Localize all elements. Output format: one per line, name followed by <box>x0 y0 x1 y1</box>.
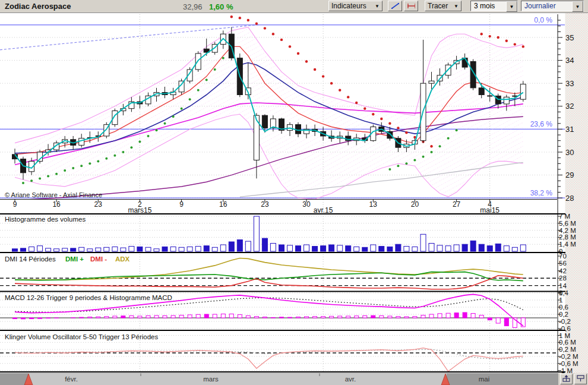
instrument-title: Zodiac Aerospace <box>5 2 71 11</box>
svg-text:1: 1 <box>559 296 562 304</box>
period-value: 3 mois <box>474 2 495 10</box>
svg-text:42: 42 <box>559 267 567 274</box>
svg-text:DMI -: DMI - <box>90 255 107 263</box>
svg-text:1 M: 1 M <box>559 332 570 339</box>
application-window: Zodiac Aerospace 32,96 1,60 % Indicateur… <box>0 0 588 385</box>
svg-text:70: 70 <box>559 253 567 260</box>
svg-text:2,8 M: 2,8 M <box>559 233 576 241</box>
horizontal-line-icon <box>407 2 415 10</box>
svg-text:0,2 M: 0,2 M <box>559 346 576 353</box>
svg-text:16: 16 <box>52 200 61 209</box>
timeline-navigator[interactable]: févr.marsavr.mai <box>0 373 588 385</box>
remove-panel-button[interactable] <box>574 374 587 384</box>
svg-text:ADX: ADX <box>115 255 130 263</box>
svg-text:mai: mai <box>479 375 490 383</box>
svg-text:32: 32 <box>565 102 574 111</box>
svg-text:0,2: 0,2 <box>559 311 568 318</box>
chart-canvas[interactable]: 0,0 %23,6 %38,2 %© Ariane Software - Axi… <box>0 13 588 373</box>
svg-text:30: 30 <box>302 200 311 209</box>
chevron-down-icon: ▼ <box>375 4 380 9</box>
period-select[interactable]: 3 mois ▼ <box>470 1 518 11</box>
svg-text:1,4: 1,4 <box>559 289 569 296</box>
draw-horizontal-line-button[interactable] <box>404 1 418 11</box>
svg-text:-0,2 M: -0,2 M <box>559 353 578 360</box>
svg-text:0,6 M: 0,6 M <box>559 339 576 346</box>
svg-text:févr.: févr. <box>65 375 78 383</box>
svg-text:33: 33 <box>565 79 574 88</box>
svg-text:56: 56 <box>559 260 567 267</box>
svg-text:31: 31 <box>565 125 574 134</box>
svg-text:avr.15: avr.15 <box>314 206 333 214</box>
svg-text:Klinger Volume Oscillator 5-50: Klinger Volume Oscillator 5-50 Trigger 1… <box>5 333 158 340</box>
svg-text:23: 23 <box>94 200 103 209</box>
svg-text:MACD 12-26 Trigger 9 periode: MACD 12-26 Trigger 9 periodes & Histogra… <box>5 294 172 301</box>
svg-text:mars15: mars15 <box>128 206 151 214</box>
svg-text:28: 28 <box>565 194 574 203</box>
panel-down-icon <box>576 374 586 383</box>
svg-text:DMI 14 Périodes: DMI 14 Périodes <box>5 255 56 263</box>
indicateurs-button[interactable]: Indicateurs ▼ <box>328 1 382 11</box>
tracer-button[interactable]: Tracer ▼ <box>425 1 461 11</box>
svg-text:20: 20 <box>411 200 419 209</box>
last-price: 32,96 <box>183 2 203 11</box>
svg-text:35: 35 <box>565 33 574 42</box>
svg-text:16: 16 <box>219 200 227 209</box>
svg-text:-0,6 M: -0,6 M <box>559 360 578 367</box>
svg-text:5,6 M: 5,6 M <box>559 220 576 227</box>
svg-text:27: 27 <box>453 200 461 209</box>
svg-text:DMI +: DMI + <box>65 255 84 263</box>
svg-text:13: 13 <box>369 200 378 209</box>
chevron-down-icon: ▼ <box>454 4 459 9</box>
svg-text:avr.: avr. <box>345 375 356 383</box>
svg-text:0,0 %: 0,0 % <box>534 16 552 24</box>
svg-text:1,4 M: 1,4 M <box>559 241 576 248</box>
svg-text:mai15: mai15 <box>480 206 500 214</box>
draw-trendline-button[interactable] <box>388 1 402 11</box>
svg-text:28: 28 <box>559 274 567 282</box>
svg-text:34: 34 <box>565 56 574 65</box>
svg-text:30: 30 <box>565 148 574 157</box>
chevron-down-icon[interactable]: ▼ <box>572 1 583 12</box>
svg-text:Histogramme des volumes: Histogramme des volumes <box>5 216 86 223</box>
diagonal-line-icon <box>391 2 399 10</box>
svg-text:23,6 %: 23,6 % <box>530 120 553 128</box>
svg-text:23: 23 <box>261 200 269 209</box>
svg-text:4,2 M: 4,2 M <box>559 227 576 234</box>
indicateurs-label: Indicateurs <box>331 2 366 10</box>
svg-text:29: 29 <box>565 171 574 179</box>
svg-text:38,2 %: 38,2 % <box>530 189 553 197</box>
svg-text:9: 9 <box>179 200 184 209</box>
svg-text:-0,2: -0,2 <box>559 318 571 325</box>
interval-value: Journalier <box>524 2 556 10</box>
svg-text:14: 14 <box>559 282 567 289</box>
change-percent: 1,60 % <box>209 2 233 11</box>
svg-text:0,6: 0,6 <box>559 304 568 311</box>
svg-text:9: 9 <box>13 200 17 209</box>
add-panel-button[interactable] <box>560 374 573 384</box>
header-bar: Zodiac Aerospace 32,96 1,60 % Indicateur… <box>0 0 588 13</box>
svg-text:© Ariane Software - Axial Fina: © Ariane Software - Axial Finance <box>5 191 102 198</box>
svg-text:-0,6: -0,6 <box>559 325 571 332</box>
svg-text:mars: mars <box>203 375 219 383</box>
interval-select[interactable]: Journalier ▼ <box>521 1 584 11</box>
tracer-label: Tracer <box>428 2 448 10</box>
chevron-down-icon[interactable]: ▼ <box>506 1 517 12</box>
panel-up-icon <box>561 374 571 383</box>
